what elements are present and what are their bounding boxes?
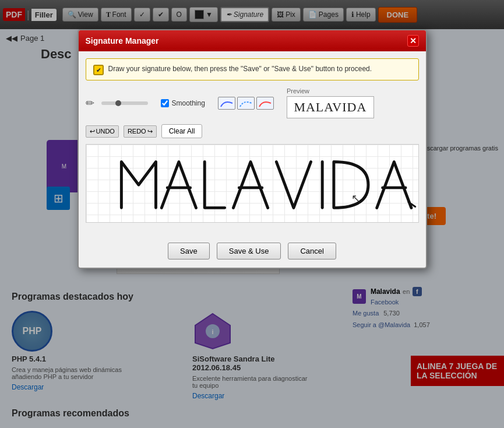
pen-icon[interactable]: ✏ [86,97,94,110]
signature-drawing-svg [86,145,418,222]
info-icon: ✔ [93,65,104,75]
style-btn-1[interactable] [218,97,235,110]
stroke-slider[interactable] [101,101,148,105]
preview-container: Preview MALAVIDA [287,87,374,118]
modal-body: ✔ Draw your signature below, then press … [79,51,426,237]
save-use-button[interactable]: Save & Use [217,243,281,259]
modal-close-button[interactable]: ✕ [407,35,419,47]
modal-overlay: Signature Manager ✕ ✔ Draw your signatur… [0,0,504,428]
save-button[interactable]: Save [168,243,210,259]
preview-signature: MALAVIDA [294,100,366,115]
style-buttons [218,97,274,110]
undo-redo-row: ↩ UNDO REDO ↪ Clear All [86,124,419,138]
redo-icon: ↪ [147,128,153,135]
preview-label: Preview [287,87,374,94]
style-btn-2[interactable] [237,97,255,110]
undo-icon: ↩ [90,128,95,135]
cursor-indicator: ↖ [351,192,360,205]
signature-manager-modal: Signature Manager ✕ ✔ Draw your signatur… [77,29,427,269]
smoothing-label: Smoothing [172,99,205,107]
info-text: Draw your signature below, then press th… [108,64,372,74]
clear-all-button[interactable]: Clear All [161,124,203,138]
cancel-button[interactable]: Cancel [288,243,336,259]
controls-row: ✏ Smoothing [86,87,419,118]
stroke-slider-thumb [115,100,121,106]
style-btn-3[interactable] [256,97,274,110]
preview-box: MALAVIDA [287,96,374,118]
redo-button[interactable]: REDO ↪ [124,125,157,138]
info-banner: ✔ Draw your signature below, then press … [86,58,419,80]
undo-button[interactable]: ↩ UNDO [86,125,119,138]
signature-canvas[interactable]: ↖ [86,144,419,223]
modal-title: Signature Manager [86,36,159,45]
modal-footer: Save Save & Use Cancel [79,237,426,268]
smoothing-checkbox[interactable] [161,99,169,107]
modal-titlebar: Signature Manager ✕ [79,30,426,51]
